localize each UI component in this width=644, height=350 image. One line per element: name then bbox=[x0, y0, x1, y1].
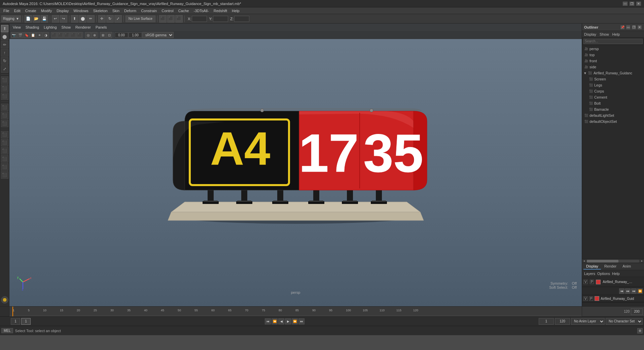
step-fwd-btn[interactable]: ⏩ bbox=[292, 318, 298, 324]
snap-grid-btn[interactable]: ⬛ bbox=[159, 15, 167, 23]
tree-item-screen[interactable]: ⬛ Screen bbox=[582, 76, 644, 82]
vp-light-btn[interactable]: ⬛ bbox=[70, 32, 76, 38]
tab-anim[interactable]: Anim bbox=[620, 264, 634, 270]
save-file-btn[interactable]: 💾 bbox=[41, 15, 48, 23]
snap-point-btn[interactable]: ⬛ bbox=[175, 15, 183, 23]
measure-tool[interactable]: ⬛ bbox=[1, 120, 8, 127]
outliner-max-btn[interactable]: ❐ bbox=[632, 25, 636, 30]
menu-skeleton[interactable]: Skeleton bbox=[91, 8, 110, 13]
menu-display[interactable]: Display bbox=[55, 8, 71, 13]
step-back-btn[interactable]: ⏪ bbox=[272, 318, 278, 324]
frame-start-input[interactable] bbox=[11, 318, 20, 325]
menu-redshift[interactable]: Redshift bbox=[212, 8, 229, 13]
tree-item-bolt[interactable]: ⬛ Bolt bbox=[582, 100, 644, 106]
vp-wireframe-btn[interactable]: ⬛ bbox=[51, 32, 57, 38]
tree-item-top[interactable]: 🎥 top bbox=[582, 52, 644, 58]
scrollbar-right-btn[interactable]: ► bbox=[640, 259, 644, 262]
ch-pb-btn3[interactable]: ⏭ bbox=[631, 288, 637, 294]
sculpt-tool[interactable]: ⬛ bbox=[1, 84, 8, 92]
undo-btn[interactable]: ↩ bbox=[52, 15, 59, 23]
select-tool-btn[interactable]: ⬆ bbox=[71, 15, 78, 23]
vp-isolate-btn[interactable]: ⊞ bbox=[100, 32, 106, 38]
tree-item-barnacle[interactable]: ⬛ Barnacle bbox=[582, 106, 644, 112]
tool13[interactable]: ⬛ bbox=[1, 163, 8, 171]
menu-3dtoall[interactable]: -3DToAll- bbox=[191, 8, 211, 13]
vp-solid-btn[interactable]: ⬛ bbox=[58, 32, 64, 38]
vp-menu-shading[interactable]: Shading bbox=[24, 25, 41, 30]
status-icon-1[interactable]: ⚙ bbox=[637, 328, 643, 334]
rotate-btn[interactable]: ↻ bbox=[106, 15, 114, 23]
scrollbar-left-btn[interactable]: ◄ bbox=[582, 259, 586, 262]
redo-btn[interactable]: ↪ bbox=[60, 15, 67, 23]
vp-xray-btn[interactable]: ◎ bbox=[85, 32, 91, 38]
tree-item-persp[interactable]: 🎥 persp bbox=[582, 46, 644, 52]
vp-shade-btn[interactable]: ◑ bbox=[43, 32, 49, 38]
character-set-dropdown[interactable]: No Character Set bbox=[606, 318, 643, 325]
layer-name[interactable]: Airfiled_Runway_Guid bbox=[603, 280, 633, 284]
vp-sun-btn[interactable]: ☀ bbox=[36, 32, 42, 38]
vp-bookmark-btn[interactable]: 🔖 bbox=[24, 32, 30, 38]
mel-button[interactable]: MEL bbox=[1, 328, 13, 333]
outliner-min-btn[interactable]: — bbox=[626, 25, 631, 30]
anim-layer-dropdown[interactable]: No Anim Layer bbox=[571, 318, 605, 325]
current-frame-input[interactable] bbox=[21, 318, 31, 325]
lasso-tool[interactable]: ⬤ bbox=[1, 33, 8, 40]
menu-windows[interactable]: Windows bbox=[71, 8, 91, 13]
tool14[interactable]: ⬛ bbox=[1, 171, 8, 179]
scrollbar-thumb[interactable] bbox=[587, 260, 618, 262]
tool9[interactable]: ⬛ bbox=[1, 131, 8, 138]
go-end-btn[interactable]: ⏭ bbox=[298, 318, 305, 324]
outliner-pin-btn[interactable]: 📌 bbox=[620, 25, 625, 30]
go-start-btn[interactable]: ⏮ bbox=[265, 318, 271, 324]
menu-help[interactable]: Help bbox=[230, 8, 242, 13]
outliner-close-btn[interactable]: ✕ bbox=[637, 25, 642, 30]
no-live-surface-button[interactable]: No Live Surface bbox=[126, 15, 155, 22]
y-input[interactable] bbox=[213, 16, 228, 22]
close-button[interactable]: ✕ bbox=[636, 1, 641, 6]
vp-hud-btn[interactable]: ⊡ bbox=[106, 32, 112, 38]
timeline-end-input[interactable] bbox=[631, 308, 643, 315]
outliner-display-menu[interactable]: Display bbox=[584, 32, 596, 36]
vp-menu-show[interactable]: Show bbox=[60, 25, 73, 30]
vp-textured-btn[interactable]: ⬛ bbox=[64, 32, 70, 38]
ch-options[interactable]: Options bbox=[597, 272, 610, 276]
vp-menu-renderer[interactable]: Renderer bbox=[73, 25, 93, 30]
paint-btn[interactable]: ✏ bbox=[87, 15, 95, 23]
colorspace-dropdown[interactable]: sRGB gamma bbox=[142, 32, 174, 38]
tool10[interactable]: ⬛ bbox=[1, 139, 8, 146]
paint-select-tool[interactable]: ✏ bbox=[1, 41, 8, 48]
menu-constrain[interactable]: Constrain bbox=[139, 8, 159, 13]
tree-item-front[interactable]: 🎥 front bbox=[582, 58, 644, 64]
menu-deform[interactable]: Deform bbox=[122, 8, 138, 13]
move-btn[interactable]: ✛ bbox=[98, 15, 106, 23]
outliner-show-menu[interactable]: Show bbox=[600, 32, 609, 36]
vp-menu-panels[interactable]: Panels bbox=[94, 25, 109, 30]
tree-item-defaultobjectset[interactable]: ⬛ defaultObjectSet bbox=[582, 118, 644, 125]
select-tool[interactable]: ⬆ bbox=[1, 25, 8, 32]
scale-btn[interactable]: ⤢ bbox=[114, 15, 122, 23]
open-file-btn[interactable]: 📂 bbox=[33, 15, 40, 23]
menu-create[interactable]: Create bbox=[23, 8, 38, 13]
vp-joint-btn[interactable]: ⊕ bbox=[92, 32, 98, 38]
lasso-btn[interactable]: ⬤ bbox=[79, 15, 86, 23]
outliner-scrollbar[interactable]: ◄ ► bbox=[582, 259, 644, 263]
play-back-btn[interactable]: ◀ bbox=[278, 318, 284, 324]
vp-menu-lighting[interactable]: Lighting bbox=[42, 25, 59, 30]
move-tool[interactable]: ↑ bbox=[1, 49, 8, 57]
minimize-button[interactable]: — bbox=[622, 1, 628, 6]
paint-tool[interactable]: ⬛ bbox=[1, 93, 8, 100]
tree-item-defaultlightset[interactable]: ⬛ defaultLightSet bbox=[582, 112, 644, 118]
scale-tool[interactable]: ⤢ bbox=[1, 65, 8, 73]
curve-tool[interactable]: ⬛ bbox=[1, 104, 8, 111]
vp-shadow-btn[interactable]: ⬛ bbox=[77, 32, 83, 38]
viewport[interactable]: View Shading Lighting Show Renderer Pane… bbox=[9, 24, 582, 306]
range-end-input[interactable] bbox=[555, 318, 570, 325]
menu-modify[interactable]: Modify bbox=[39, 8, 54, 13]
restore-button[interactable]: ❐ bbox=[629, 1, 635, 6]
tree-item-airfiled[interactable]: ▼ ⬛ Airfiled_Runway_Guidanc bbox=[582, 70, 644, 76]
menu-edit[interactable]: Edit bbox=[12, 8, 23, 13]
new-file-btn[interactable]: 📄 bbox=[25, 15, 32, 23]
gamma-input[interactable] bbox=[129, 32, 142, 38]
outliner-help-menu[interactable]: Help bbox=[612, 32, 620, 36]
right-vscrollbar[interactable] bbox=[582, 302, 644, 306]
